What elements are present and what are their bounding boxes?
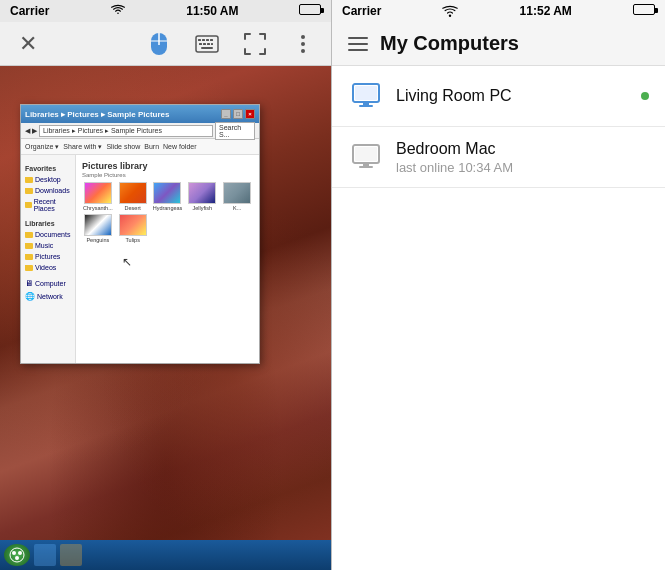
thumb-item: Tulips [117, 214, 149, 243]
win-minimize: _ [221, 109, 231, 119]
sidebar-libraries: Libraries [21, 218, 75, 229]
svg-rect-27 [359, 166, 373, 168]
right-battery [633, 4, 655, 18]
hamburger-line [348, 49, 368, 51]
sidebar-music: Music [21, 240, 75, 251]
monitor-svg-bedroom [351, 143, 381, 171]
explorer-toolbar: Organize ▾ Share with ▾ Slide show Burn … [21, 139, 259, 155]
monitor-icon-bedroom [348, 139, 384, 175]
computers-list: Living Room PC Bedroom Mac last online 1… [332, 66, 665, 318]
sidebar-network: 🌐 Network [21, 290, 75, 303]
thumb-item: Desert [117, 182, 149, 211]
computer-item-living-room[interactable]: Living Room PC [332, 66, 665, 127]
left-status-bar: Carrier 11:50 AM [0, 0, 331, 22]
thumbnail [84, 214, 112, 236]
fullscreen-button[interactable] [239, 28, 271, 60]
share-btn: Share with ▾ [63, 143, 102, 151]
computer-name-living-room: Living Room PC [396, 87, 633, 105]
sidebar-computer: 🖥 Computer [21, 277, 75, 290]
taskbar [0, 540, 331, 570]
computer-item-bedroom[interactable]: Bedroom Mac last online 10:34 AM [332, 127, 665, 188]
folder-icon [25, 265, 33, 271]
explorer-title: Libraries ▸ Pictures ▸ Sample Pictures [25, 110, 170, 119]
sidebar-videos: Videos [21, 262, 75, 273]
nav-title: My Computers [380, 32, 519, 55]
start-button[interactable] [4, 544, 30, 566]
svg-point-19 [15, 556, 19, 560]
left-wifi-icon [110, 4, 126, 19]
folder-icon [25, 232, 33, 238]
close-button[interactable]: ✕ [12, 28, 44, 60]
keyboard-button[interactable] [191, 28, 223, 60]
thumbnail [223, 182, 251, 204]
thumbnail [84, 182, 112, 204]
mouse-icon [148, 31, 170, 57]
svg-rect-10 [207, 43, 210, 45]
burn-btn: Burn [144, 143, 159, 150]
address-path: Libraries ▸ Pictures ▸ Sample Pictures [39, 125, 213, 137]
sidebar-desktop: Desktop [21, 174, 75, 185]
thumbnail [188, 182, 216, 204]
taskbar-icon-2[interactable] [60, 544, 82, 566]
address-bar: ◀ ▶ Libraries ▸ Pictures ▸ Sample Pictur… [21, 123, 259, 139]
thumb-item: Jellyfish [186, 182, 218, 211]
svg-rect-6 [206, 39, 209, 41]
right-carrier: Carrier [342, 4, 381, 18]
empty-space [332, 318, 665, 570]
monitor-svg [351, 82, 381, 110]
thumb-item: Hydrangeas [152, 182, 184, 211]
online-indicator [641, 92, 649, 100]
svg-point-17 [12, 551, 16, 555]
svg-point-20 [449, 15, 451, 17]
organize-btn: Organize ▾ [25, 143, 59, 151]
more-button[interactable] [287, 28, 319, 60]
thumb-label: Jellyfish [193, 205, 213, 211]
explorer-main: Pictures library Sample Pictures Chrysan… [76, 155, 259, 363]
svg-rect-23 [359, 105, 373, 107]
thumb-item: Penguins [82, 214, 114, 243]
svg-rect-9 [203, 43, 206, 45]
explorer-title-bar: Libraries ▸ Pictures ▸ Sample Pictures _… [21, 105, 259, 123]
fullscreen-icon [244, 33, 266, 55]
back-icon: ◀ [25, 127, 30, 135]
cursor: ↖ [122, 255, 259, 269]
screen-content: Libraries ▸ Pictures ▸ Sample Pictures _… [0, 66, 331, 570]
explorer-body: Favorites Desktop Downloads Recent Place… [21, 155, 259, 363]
taskbar-icon-1[interactable] [34, 544, 56, 566]
mouse-button[interactable] [143, 28, 175, 60]
computer-name-bedroom: Bedroom Mac [396, 140, 649, 158]
library-title: Pictures library [82, 161, 253, 171]
keyboard-icon [195, 35, 219, 53]
left-toolbar: ✕ [0, 22, 331, 66]
svg-rect-7 [210, 39, 213, 41]
win-maximize: □ [233, 109, 243, 119]
right-wifi-icon [442, 5, 458, 17]
toolbar-icons [143, 28, 319, 60]
right-phone: Carrier 11:52 AM My Computers [332, 0, 665, 570]
monitor-icon-living-room [348, 78, 384, 114]
sidebar-downloads: Downloads [21, 185, 75, 196]
svg-rect-12 [201, 47, 213, 49]
computer-info-bedroom: Bedroom Mac last online 10:34 AM [396, 140, 649, 175]
sidebar-documents: Documents [21, 229, 75, 240]
svg-rect-24 [355, 86, 377, 100]
thumb-label: Hydrangeas [153, 205, 183, 211]
thumb-item: K... [221, 182, 253, 211]
hamburger-line [348, 43, 368, 45]
close-icon: ✕ [19, 33, 37, 55]
thumbnail [119, 214, 147, 236]
svg-point-18 [18, 551, 22, 555]
library-subtitle: Sample Pictures [82, 172, 253, 178]
hamburger-button[interactable] [348, 37, 368, 51]
search-box: Search S... [215, 122, 255, 140]
sidebar-recent: Recent Places [21, 196, 75, 214]
forward-icon: ▶ [32, 127, 37, 135]
slideshow-btn: Slide show [106, 143, 140, 150]
hamburger-line [348, 37, 368, 39]
thumbnail [119, 182, 147, 204]
svg-point-14 [301, 42, 305, 46]
newfolder-btn: New folder [163, 143, 196, 150]
computer-status-bedroom: last online 10:34 AM [396, 160, 649, 175]
thumbnail [153, 182, 181, 204]
thumb-label: Desert [125, 205, 141, 211]
